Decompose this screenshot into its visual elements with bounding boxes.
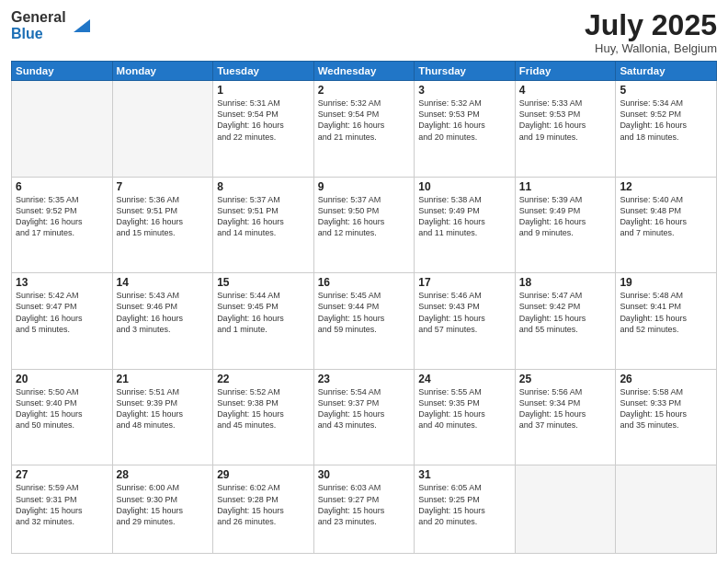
calendar-header-row: Sunday Monday Tuesday Wednesday Thursday… [12,62,717,81]
cell-line: and 15 minutes. [117,227,210,238]
cell-line: Sunset: 9:45 PM [217,301,310,312]
cell-line: and 50 minutes. [16,419,108,431]
cell-line: Sunrise: 6:03 AM [318,482,411,493]
cell-line: Sunrise: 5:54 AM [318,386,411,397]
logo-text: General Blue [11,9,66,41]
col-monday: Monday [112,62,213,81]
cell-line: Sunset: 9:37 PM [318,397,411,408]
cell-line: Daylight: 16 hours [318,120,411,131]
table-row: 13Sunrise: 5:42 AMSunset: 9:47 PMDayligh… [12,273,113,370]
cell-line: Sunrise: 5:47 AM [519,290,612,301]
table-row: 18Sunrise: 5:47 AMSunset: 9:42 PMDayligh… [515,273,616,370]
day-number: 10 [418,180,511,193]
logo-general: General [11,9,66,26]
cell-line: and 55 minutes. [519,324,612,335]
cell-line: Sunrise: 5:45 AM [318,290,411,301]
cell-line: Daylight: 16 hours [519,216,612,227]
location: Huy, Wallonia, Belgium [585,41,717,55]
col-friday: Friday [515,62,616,81]
cell-line: and 22 minutes. [217,132,310,143]
cell-line: Daylight: 15 hours [16,408,108,419]
table-row: 1Sunrise: 5:31 AMSunset: 9:54 PMDaylight… [213,81,314,178]
cell-line: Sunset: 9:47 PM [16,301,108,312]
cell-line: Sunrise: 5:37 AM [318,194,411,205]
table-row: 9Sunrise: 5:37 AMSunset: 9:50 PMDaylight… [313,177,415,273]
cell-line: and 12 minutes. [318,227,411,238]
table-row: 10Sunrise: 5:38 AMSunset: 9:49 PMDayligh… [415,177,516,273]
cell-line: Sunset: 9:42 PM [519,301,612,312]
cell-line: and 14 minutes. [217,227,310,238]
cell-line: and 19 minutes. [519,132,612,143]
cell-line: Daylight: 16 hours [620,216,712,227]
cell-line: Daylight: 16 hours [620,120,712,131]
table-row [616,465,717,554]
cell-line: Sunset: 9:33 PM [620,397,712,408]
cell-line: Sunrise: 6:05 AM [418,482,511,493]
cell-line: Daylight: 15 hours [519,408,612,419]
cell-line: Sunset: 9:31 PM [16,494,108,505]
cell-line: and 18 minutes. [620,132,712,143]
cell-line: and 7 minutes. [620,227,712,238]
month-title: July 2025 [585,9,717,41]
col-saturday: Saturday [616,62,717,81]
day-number: 21 [117,373,210,385]
table-row: 24Sunrise: 5:55 AMSunset: 9:35 PMDayligh… [415,369,516,465]
cell-line: and 21 minutes. [318,132,411,143]
page: General Blue July 2025 Huy, Wallonia, Be… [0,0,728,563]
cell-line: Sunrise: 5:32 AM [318,98,411,109]
cell-line: and 5 minutes. [16,324,108,335]
table-row: 15Sunrise: 5:44 AMSunset: 9:45 PMDayligh… [213,273,314,370]
cell-line: Sunrise: 5:52 AM [217,386,310,397]
cell-line: Sunrise: 5:50 AM [16,386,108,397]
table-row: 17Sunrise: 5:46 AMSunset: 9:43 PMDayligh… [415,273,516,370]
header: General Blue July 2025 Huy, Wallonia, Be… [11,9,717,55]
cell-line: Sunrise: 5:37 AM [217,194,310,205]
logo: General Blue [11,9,90,41]
table-row [515,465,616,554]
cell-line: Sunset: 9:43 PM [418,301,511,312]
cell-line: Sunset: 9:49 PM [418,205,511,216]
table-row: 31Sunrise: 6:05 AMSunset: 9:25 PMDayligh… [415,465,516,554]
cell-line: Sunset: 9:54 PM [318,109,411,120]
cell-line: Sunset: 9:51 PM [117,205,210,216]
day-number: 5 [620,84,712,97]
cell-line: and 48 minutes. [117,419,210,431]
day-number: 30 [318,468,411,481]
cell-line: and 32 minutes. [16,516,108,527]
day-number: 18 [519,276,612,289]
cell-line: Daylight: 16 hours [418,120,511,131]
table-row: 23Sunrise: 5:54 AMSunset: 9:37 PMDayligh… [313,369,415,465]
table-row: 28Sunrise: 6:00 AMSunset: 9:30 PMDayligh… [112,465,213,554]
cell-line: Daylight: 16 hours [318,216,411,227]
table-row: 11Sunrise: 5:39 AMSunset: 9:49 PMDayligh… [515,177,616,273]
table-row: 4Sunrise: 5:33 AMSunset: 9:53 PMDaylight… [515,81,616,178]
table-row: 3Sunrise: 5:32 AMSunset: 9:53 PMDaylight… [415,81,516,178]
day-number: 26 [620,373,712,385]
day-number: 23 [318,373,411,385]
cell-line: Sunset: 9:52 PM [16,205,108,216]
table-row: 29Sunrise: 6:02 AMSunset: 9:28 PMDayligh… [213,465,314,554]
cell-line: Sunrise: 5:31 AM [217,98,310,109]
table-row: 2Sunrise: 5:32 AMSunset: 9:54 PMDaylight… [313,81,415,178]
day-number: 6 [16,180,108,193]
title-block: July 2025 Huy, Wallonia, Belgium [585,9,717,55]
calendar-table: Sunday Monday Tuesday Wednesday Thursday… [11,61,717,554]
table-row: 26Sunrise: 5:58 AMSunset: 9:33 PMDayligh… [616,369,717,465]
day-number: 12 [620,180,712,193]
day-number: 20 [16,373,108,385]
cell-line: Daylight: 15 hours [620,313,712,324]
cell-line: Daylight: 16 hours [418,216,511,227]
cell-line: Sunset: 9:27 PM [318,494,411,505]
table-row: 14Sunrise: 5:43 AMSunset: 9:46 PMDayligh… [112,273,213,370]
logo-blue: Blue [11,26,66,42]
cell-line: and 11 minutes. [418,227,511,238]
cell-line: Sunrise: 5:59 AM [16,482,108,493]
day-number: 24 [418,373,511,385]
cell-line: Sunset: 9:53 PM [418,109,511,120]
cell-line: Sunset: 9:25 PM [418,494,511,505]
table-row: 5Sunrise: 5:34 AMSunset: 9:52 PMDaylight… [616,81,717,178]
cell-line: and 29 minutes. [117,516,210,527]
col-wednesday: Wednesday [313,62,415,81]
cell-line: Daylight: 15 hours [418,313,511,324]
cell-line: and 23 minutes. [318,516,411,527]
